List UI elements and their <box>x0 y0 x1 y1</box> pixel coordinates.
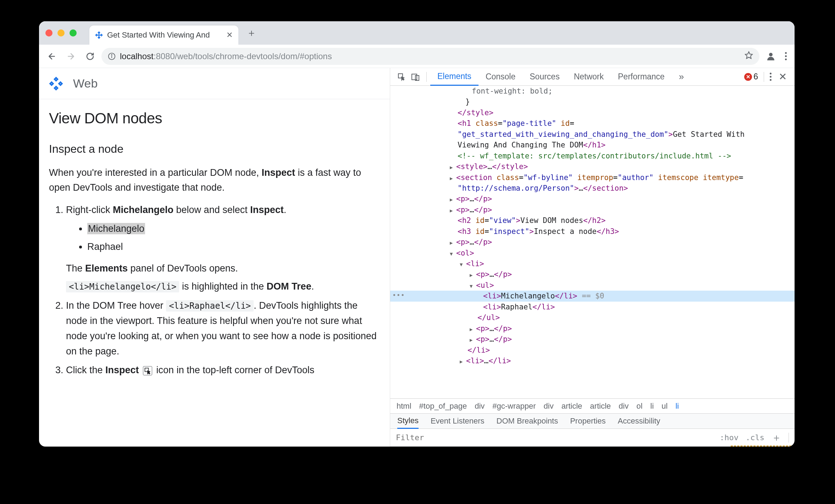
styles-filter-bar: :hov .cls ＋ <box>390 429 795 447</box>
hov-toggle[interactable]: :hov <box>720 433 739 442</box>
console-errors-badge[interactable]: ✕6 <box>744 72 758 82</box>
styles-tab[interactable]: Event Listeners <box>431 416 485 426</box>
breadcrumb[interactable]: article <box>590 402 611 411</box>
devtools-tab-sources[interactable]: Sources <box>522 68 566 86</box>
styles-tab[interactable]: Accessibility <box>618 416 660 426</box>
devtools-tab-console[interactable]: Console <box>479 68 522 86</box>
device-toolbar-icon[interactable] <box>409 70 423 84</box>
step-3: Click the Inspect icon in the top-left c… <box>66 363 380 378</box>
step-2: In the DOM Tree hover <li>Raphael</li>. … <box>66 298 380 359</box>
forward-button[interactable] <box>63 49 79 64</box>
cls-toggle[interactable]: .cls <box>746 433 764 442</box>
url-host: localhost:8080/web/tools/chrome-devtools… <box>120 51 332 61</box>
tab-close-icon[interactable]: ✕ <box>226 30 233 40</box>
breadcrumb[interactable]: li <box>650 402 654 411</box>
devtools-tabs-overflow[interactable]: » <box>672 68 691 86</box>
styles-filter-input[interactable] <box>396 433 713 442</box>
new-tab-button[interactable]: ＋ <box>244 26 259 40</box>
elements-tree[interactable]: font-weight: bold; } </style> <h1 class=… <box>390 86 795 398</box>
window-close[interactable] <box>45 29 52 37</box>
window-controls <box>45 29 77 37</box>
breadcrumb[interactable]: div <box>619 402 629 411</box>
svg-rect-7 <box>412 74 417 80</box>
styles-tab[interactable]: Properties <box>570 416 605 426</box>
styles-tab[interactable]: DOM Breakpoints <box>497 416 558 426</box>
intro-paragraph: When you're interested in a particular D… <box>49 166 380 195</box>
breadcrumb[interactable]: div <box>544 402 554 411</box>
page-viewport: Web View DOM nodes Inspect a node When y… <box>39 68 390 447</box>
page-heading: View DOM nodes <box>49 110 380 127</box>
back-button[interactable] <box>44 49 60 64</box>
site-name[interactable]: Web <box>73 77 98 90</box>
svg-marker-3 <box>745 52 752 58</box>
devtools-tab-performance[interactable]: Performance <box>611 68 672 86</box>
devtools-toolbar: Elements Console Sources Network Perform… <box>390 68 795 86</box>
devtools-panel: Elements Console Sources Network Perform… <box>390 68 795 447</box>
tab-title: Get Started With Viewing And <box>107 30 210 40</box>
step-1: Right-click Michelangelo below and selec… <box>66 202 380 295</box>
devtools-tab-network[interactable]: Network <box>567 68 611 86</box>
window-maximize[interactable] <box>70 29 77 37</box>
devtools-menu-icon[interactable] <box>766 73 775 81</box>
devtools-close-icon[interactable]: ✕ <box>775 71 790 83</box>
page-subheading: Inspect a node <box>49 142 380 156</box>
source-line: font-weight: bold; <box>390 86 795 96</box>
breadcrumb[interactable]: #gc-wrapper <box>492 402 536 411</box>
breadcrumb[interactable]: ul <box>662 402 668 411</box>
breadcrumb[interactable]: #top_of_page <box>419 402 467 411</box>
browser-tab[interactable]: Get Started With Viewing And ✕ <box>89 26 238 45</box>
svg-point-2 <box>111 54 112 55</box>
svg-point-4 <box>769 53 773 56</box>
selected-dom-node[interactable]: •••<li>Michelangelo</li> == $0 <box>390 291 795 301</box>
list-item[interactable]: Raphael <box>87 239 380 254</box>
styles-tab[interactable]: Styles <box>397 413 419 429</box>
reload-button[interactable] <box>82 49 98 64</box>
breadcrumb[interactable]: article <box>562 402 582 411</box>
element-highlight-marker <box>731 446 795 447</box>
site-info-icon[interactable] <box>108 52 116 60</box>
styles-tab-bar: Styles Event Listeners DOM Breakpoints P… <box>390 413 795 429</box>
tab-favicon <box>95 31 103 39</box>
list-item[interactable]: Michelangelo <box>87 221 380 236</box>
bookmark-star-icon[interactable] <box>745 51 753 62</box>
browser-toolbar: localhost:8080/web/tools/chrome-devtools… <box>39 45 795 68</box>
window-minimize[interactable] <box>57 29 65 37</box>
site-logo-icon[interactable] <box>49 77 63 91</box>
breadcrumb[interactable]: li <box>675 402 679 411</box>
address-bar[interactable]: localhost:8080/web/tools/chrome-devtools… <box>101 48 759 65</box>
profile-avatar[interactable] <box>763 49 779 64</box>
site-header: Web <box>39 68 390 99</box>
new-style-rule-icon[interactable]: ＋ <box>772 431 781 444</box>
inspect-icon <box>143 366 152 375</box>
devtools-tab-elements[interactable]: Elements <box>430 68 479 86</box>
breadcrumb[interactable]: ol <box>636 402 642 411</box>
breadcrumb[interactable]: html <box>397 402 411 411</box>
tab-strip: Get Started With Viewing And ✕ ＋ <box>39 21 795 45</box>
inspect-element-icon[interactable] <box>394 70 409 84</box>
breadcrumb[interactable]: div <box>475 402 485 411</box>
dom-breadcrumbs[interactable]: html #top_of_page div #gc-wrapper div ar… <box>390 398 795 413</box>
menu-icon[interactable] <box>782 52 790 60</box>
